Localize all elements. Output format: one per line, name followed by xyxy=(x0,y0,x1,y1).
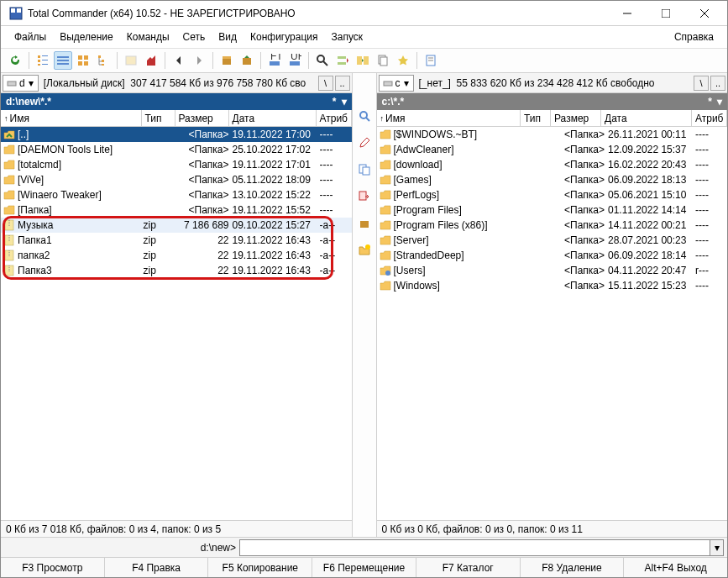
right-up-button[interactable]: .. xyxy=(710,76,725,91)
mid-edit-icon[interactable] xyxy=(355,134,374,152)
col-name[interactable]: ↑Имя xyxy=(1,110,142,126)
menu-commands[interactable]: Команды xyxy=(120,28,176,46)
menu-help[interactable]: Справка xyxy=(668,28,720,46)
f5-button[interactable]: F5 Копирование xyxy=(208,558,312,577)
pack-icon[interactable] xyxy=(217,51,236,70)
multirename-icon[interactable] xyxy=(333,51,352,70)
mid-newfolder-icon[interactable] xyxy=(355,241,374,260)
file-size: <Папка> xyxy=(174,129,233,140)
menu-net[interactable]: Сеть xyxy=(176,28,212,46)
back-icon[interactable] xyxy=(170,51,188,70)
file-row[interactable]: [StrandedDeep]<Папка>06.09.2022 18:14---… xyxy=(377,248,728,263)
col-size[interactable]: Размер xyxy=(551,110,601,126)
file-row[interactable]: [..]<Папка>19.11.2022 17:00---- xyxy=(1,127,352,142)
col-type[interactable]: Тип xyxy=(142,110,175,126)
left-root-button[interactable]: \ xyxy=(318,76,333,91)
minimize-button[interactable] xyxy=(608,1,647,26)
history-icon[interactable]: ▾ xyxy=(342,96,347,108)
left-filelist[interactable]: [..]<Папка>19.11.2022 17:00----[DAEMON T… xyxy=(1,127,352,520)
col-name[interactable]: ↑Имя xyxy=(377,110,521,126)
ftp-connect-icon[interactable]: FTP xyxy=(265,51,284,70)
right-drive-select[interactable]: c ▾ xyxy=(379,75,414,92)
history-icon[interactable]: ▾ xyxy=(717,96,722,108)
f7-button[interactable]: F7 Каталог xyxy=(416,558,521,577)
file-row[interactable]: [Папка]<Папка>19.11.2022 15:52---- xyxy=(1,202,352,218)
f4-button[interactable]: F4 Правка xyxy=(105,558,209,577)
file-row[interactable]: Музыкаzip7 186 68909.10.2022 15:27-a-- xyxy=(1,218,352,233)
file-row[interactable]: [Users]<Папка>04.11.2022 20:47r--- xyxy=(377,263,728,278)
menu-file[interactable]: Файлы xyxy=(8,28,53,46)
close-button[interactable] xyxy=(685,1,724,26)
file-row[interactable]: папка2zip2219.11.2022 16:43-a-- xyxy=(1,248,352,263)
favorites-icon[interactable]: * xyxy=(708,96,712,108)
menu-select[interactable]: Выделение xyxy=(53,28,120,46)
f3-button[interactable]: F3 Просмотр xyxy=(1,558,105,577)
col-size[interactable]: Размер xyxy=(175,110,229,126)
ftp-new-icon[interactable]: URL xyxy=(285,51,304,70)
right-filelist[interactable]: [$WINDOWS.~BT]<Папка>26.11.2021 00:11---… xyxy=(377,127,728,520)
altf4-button[interactable]: Alt+F4 Выход xyxy=(624,558,727,577)
file-date: 06.09.2022 18:14 xyxy=(608,250,695,261)
favorites-icon[interactable]: * xyxy=(333,96,337,108)
col-date[interactable]: Дата xyxy=(229,110,317,126)
sync-icon[interactable] xyxy=(354,51,372,70)
view-tree-icon[interactable] xyxy=(94,51,113,70)
forward-icon[interactable] xyxy=(190,51,208,70)
left-pathbar[interactable]: d:\new\*.* * ▾ xyxy=(1,93,352,110)
mid-pack-icon[interactable] xyxy=(355,214,374,233)
mid-view-icon[interactable] xyxy=(355,107,374,125)
file-row[interactable]: [Program Files]<Папка>01.11.2022 14:14--… xyxy=(377,202,728,218)
mid-copy-icon[interactable] xyxy=(355,160,374,179)
cmd-input[interactable] xyxy=(239,539,710,556)
file-attr: ---- xyxy=(695,234,725,246)
copy-names-icon[interactable] xyxy=(374,51,392,70)
maximize-button[interactable] xyxy=(647,1,685,26)
invert-select-icon[interactable] xyxy=(142,51,160,70)
view-full-icon[interactable] xyxy=(54,51,72,70)
f8-button[interactable]: F8 Удаление xyxy=(521,558,625,577)
f6-button[interactable]: F6 Перемещение xyxy=(312,558,416,577)
file-row[interactable]: Папка3zip2219.11.2022 16:43-a-- xyxy=(1,263,352,278)
svg-rect-9 xyxy=(38,64,40,66)
col-attr[interactable]: Атриб xyxy=(317,110,352,126)
file-row[interactable]: [PerfLogs]<Папка>05.06.2021 15:10---- xyxy=(377,187,728,202)
file-name: Папка3 xyxy=(18,265,144,276)
col-type[interactable]: Тип xyxy=(521,110,551,126)
file-row[interactable]: [download]<Папка>16.02.2022 20:43---- xyxy=(377,157,728,172)
file-row[interactable]: [Server]<Папка>28.07.2021 00:23---- xyxy=(377,233,728,248)
view-brief-icon[interactable] xyxy=(34,51,52,70)
file-row[interactable]: [AdwCleaner]<Папка>12.09.2022 15:37---- xyxy=(377,142,728,157)
cmd-history-icon[interactable]: ▾ xyxy=(710,539,724,556)
refresh-icon[interactable] xyxy=(6,51,24,70)
file-row[interactable]: Папка1zip2219.11.2022 16:43-a-- xyxy=(1,233,352,248)
right-pathbar[interactable]: c:\*.* * ▾ xyxy=(377,93,728,110)
view-thumb-icon[interactable] xyxy=(74,51,92,70)
menu-config[interactable]: Конфигурация xyxy=(244,28,325,46)
menu-start[interactable]: Запуск xyxy=(325,28,370,46)
svg-rect-1 xyxy=(11,8,15,13)
menu-view[interactable]: Вид xyxy=(212,28,244,46)
svg-rect-7 xyxy=(38,55,40,58)
file-row[interactable]: [Program Files (x86)]<Папка>14.11.2022 0… xyxy=(377,218,728,233)
svg-rect-21 xyxy=(102,60,104,62)
notepad-icon[interactable] xyxy=(422,51,440,70)
file-row[interactable]: [ViVe]<Папка>05.11.2022 18:09---- xyxy=(1,172,352,187)
file-size: <Папка> xyxy=(549,280,608,292)
file-row[interactable]: [Winaero Tweaker]<Папка>13.10.2022 15:22… xyxy=(1,187,352,202)
unpack-icon[interactable] xyxy=(238,51,256,70)
dir-hotlist-icon[interactable] xyxy=(394,51,412,70)
file-row[interactable]: [Windows]<Папка>15.11.2022 15:23---- xyxy=(377,278,728,293)
file-row[interactable]: [Games]<Папка>06.09.2022 18:13---- xyxy=(377,172,728,187)
mid-move-icon[interactable] xyxy=(355,187,374,206)
toggle-hidden-icon[interactable] xyxy=(122,51,140,70)
file-row[interactable]: [$WINDOWS.~BT]<Папка>26.11.2021 00:11---… xyxy=(377,127,728,142)
left-drive-select[interactable]: d ▾ xyxy=(3,75,39,92)
search-icon[interactable] xyxy=(313,51,332,70)
left-up-button[interactable]: .. xyxy=(335,76,350,91)
file-size: <Папка> xyxy=(549,189,608,201)
right-root-button[interactable]: \ xyxy=(694,76,709,91)
col-attr[interactable]: Атриб xyxy=(692,110,727,126)
file-row[interactable]: [DAEMON Tools Lite]<Папка>25.10.2022 17:… xyxy=(1,142,352,157)
col-date[interactable]: Дата xyxy=(601,110,692,126)
file-row[interactable]: [totalcmd]<Папка>19.11.2022 17:01---- xyxy=(1,157,352,172)
